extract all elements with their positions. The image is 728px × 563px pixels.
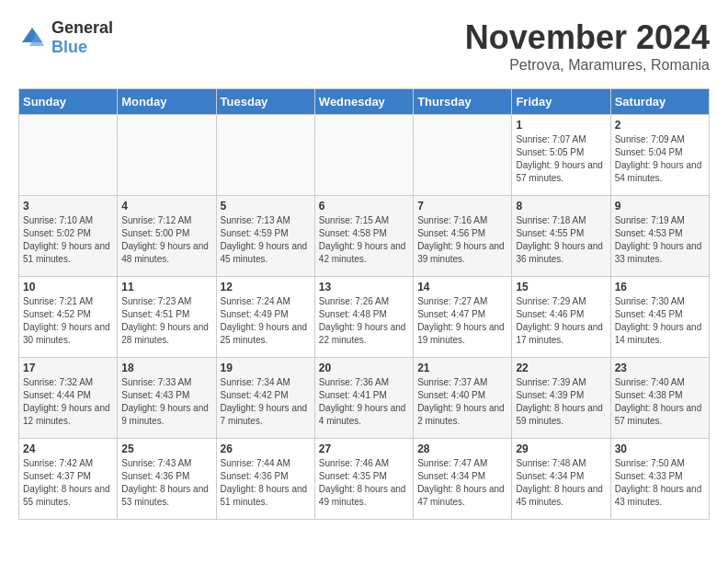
day-number: 18	[121, 362, 211, 374]
day-info: Sunrise: 7:24 AM Sunset: 4:49 PM Dayligh…	[221, 295, 311, 347]
calendar-cell	[19, 115, 118, 196]
day-info: Sunrise: 7:27 AM Sunset: 4:47 PM Dayligh…	[417, 295, 507, 347]
calendar-cell: 23Sunrise: 7:40 AM Sunset: 4:38 PM Dayli…	[610, 358, 709, 439]
calendar-cell: 28Sunrise: 7:47 AM Sunset: 4:34 PM Dayli…	[414, 439, 512, 520]
day-info: Sunrise: 7:16 AM Sunset: 4:56 PM Dayligh…	[417, 214, 507, 266]
week-row-1: 3Sunrise: 7:10 AM Sunset: 5:02 PM Daylig…	[19, 196, 710, 277]
calendar-cell: 24Sunrise: 7:42 AM Sunset: 4:37 PM Dayli…	[19, 439, 118, 520]
logo-icon	[18, 24, 46, 52]
calendar-cell: 8Sunrise: 7:18 AM Sunset: 4:55 PM Daylig…	[512, 196, 610, 277]
day-number: 20	[319, 362, 409, 374]
calendar-cell: 17Sunrise: 7:32 AM Sunset: 4:44 PM Dayli…	[19, 358, 118, 439]
day-info: Sunrise: 7:47 AM Sunset: 4:34 PM Dayligh…	[417, 457, 507, 509]
calendar-cell	[216, 115, 314, 196]
calendar-cell: 13Sunrise: 7:26 AM Sunset: 4:48 PM Dayli…	[314, 277, 413, 358]
calendar-cell: 29Sunrise: 7:48 AM Sunset: 4:34 PM Dayli…	[512, 439, 610, 520]
day-number: 1	[516, 119, 606, 132]
calendar-cell: 26Sunrise: 7:44 AM Sunset: 4:36 PM Dayli…	[216, 439, 314, 520]
weekday-friday: Friday	[512, 89, 610, 115]
calendar-cell: 15Sunrise: 7:29 AM Sunset: 4:46 PM Dayli…	[512, 277, 610, 358]
day-info: Sunrise: 7:07 AM Sunset: 5:05 PM Dayligh…	[516, 133, 606, 185]
day-info: Sunrise: 7:33 AM Sunset: 4:43 PM Dayligh…	[121, 376, 211, 428]
day-info: Sunrise: 7:32 AM Sunset: 4:44 PM Dayligh…	[23, 376, 113, 428]
location-title: Petrova, Maramures, Romania	[465, 57, 710, 74]
title-section: November 2024 Petrova, Maramures, Romani…	[465, 18, 710, 74]
calendar-cell: 12Sunrise: 7:24 AM Sunset: 4:49 PM Dayli…	[216, 277, 314, 358]
day-info: Sunrise: 7:12 AM Sunset: 5:00 PM Dayligh…	[121, 214, 211, 266]
day-number: 25	[121, 442, 211, 455]
day-info: Sunrise: 7:26 AM Sunset: 4:48 PM Dayligh…	[319, 295, 409, 347]
day-number: 30	[615, 442, 705, 455]
day-number: 8	[516, 200, 606, 213]
day-number: 3	[23, 200, 113, 213]
day-info: Sunrise: 7:29 AM Sunset: 4:46 PM Dayligh…	[516, 295, 606, 347]
calendar-cell: 14Sunrise: 7:27 AM Sunset: 4:47 PM Dayli…	[414, 277, 512, 358]
day-info: Sunrise: 7:13 AM Sunset: 4:59 PM Dayligh…	[221, 214, 311, 266]
calendar-cell	[414, 115, 512, 196]
day-info: Sunrise: 7:50 AM Sunset: 4:33 PM Dayligh…	[615, 457, 705, 509]
day-info: Sunrise: 7:48 AM Sunset: 4:34 PM Dayligh…	[516, 457, 606, 509]
calendar-cell: 19Sunrise: 7:34 AM Sunset: 4:42 PM Dayli…	[216, 358, 314, 439]
weekday-wednesday: Wednesday	[314, 89, 413, 115]
weekday-tuesday: Tuesday	[216, 89, 314, 115]
day-info: Sunrise: 7:42 AM Sunset: 4:37 PM Dayligh…	[23, 457, 113, 509]
day-number: 22	[516, 362, 606, 374]
calendar-table: SundayMondayTuesdayWednesdayThursdayFrid…	[18, 88, 710, 520]
calendar-cell	[118, 115, 216, 196]
day-info: Sunrise: 7:23 AM Sunset: 4:51 PM Dayligh…	[121, 295, 211, 347]
logo-blue: Blue	[51, 38, 87, 56]
week-row-4: 24Sunrise: 7:42 AM Sunset: 4:37 PM Dayli…	[19, 439, 710, 520]
calendar-cell: 16Sunrise: 7:30 AM Sunset: 4:45 PM Dayli…	[610, 277, 709, 358]
day-info: Sunrise: 7:30 AM Sunset: 4:45 PM Dayligh…	[615, 295, 705, 347]
week-row-0: 1Sunrise: 7:07 AM Sunset: 5:05 PM Daylig…	[19, 115, 710, 196]
day-number: 17	[23, 362, 113, 374]
day-number: 7	[417, 200, 507, 213]
logo-general: General	[51, 18, 113, 37]
calendar-cell: 1Sunrise: 7:07 AM Sunset: 5:05 PM Daylig…	[512, 115, 610, 196]
calendar-cell: 27Sunrise: 7:46 AM Sunset: 4:35 PM Dayli…	[314, 439, 413, 520]
calendar-cell: 18Sunrise: 7:33 AM Sunset: 4:43 PM Dayli…	[118, 358, 216, 439]
logo: General Blue	[18, 18, 113, 57]
day-number: 27	[319, 442, 409, 455]
day-number: 13	[319, 281, 409, 293]
weekday-saturday: Saturday	[610, 89, 709, 115]
calendar-cell: 4Sunrise: 7:12 AM Sunset: 5:00 PM Daylig…	[118, 196, 216, 277]
day-info: Sunrise: 7:19 AM Sunset: 4:53 PM Dayligh…	[615, 214, 705, 266]
day-number: 11	[121, 281, 211, 293]
weekday-sunday: Sunday	[19, 89, 118, 115]
calendar-cell: 20Sunrise: 7:36 AM Sunset: 4:41 PM Dayli…	[314, 358, 413, 439]
day-info: Sunrise: 7:10 AM Sunset: 5:02 PM Dayligh…	[23, 214, 113, 266]
calendar-cell: 25Sunrise: 7:43 AM Sunset: 4:36 PM Dayli…	[118, 439, 216, 520]
day-number: 12	[221, 281, 311, 293]
day-info: Sunrise: 7:44 AM Sunset: 4:36 PM Dayligh…	[221, 457, 311, 509]
calendar-cell: 22Sunrise: 7:39 AM Sunset: 4:39 PM Dayli…	[512, 358, 610, 439]
day-number: 16	[615, 281, 705, 293]
weekday-header-row: SundayMondayTuesdayWednesdayThursdayFrid…	[19, 89, 710, 115]
weekday-thursday: Thursday	[414, 89, 512, 115]
calendar-cell: 3Sunrise: 7:10 AM Sunset: 5:02 PM Daylig…	[19, 196, 118, 277]
day-number: 19	[221, 362, 311, 374]
day-info: Sunrise: 7:43 AM Sunset: 4:36 PM Dayligh…	[121, 457, 211, 509]
day-number: 9	[615, 200, 705, 213]
day-info: Sunrise: 7:21 AM Sunset: 4:52 PM Dayligh…	[23, 295, 113, 347]
day-number: 6	[319, 200, 409, 213]
week-row-2: 10Sunrise: 7:21 AM Sunset: 4:52 PM Dayli…	[19, 277, 710, 358]
day-number: 26	[221, 442, 311, 455]
day-number: 10	[23, 281, 113, 293]
calendar-cell: 30Sunrise: 7:50 AM Sunset: 4:33 PM Dayli…	[610, 439, 709, 520]
day-number: 14	[417, 281, 507, 293]
calendar-cell: 10Sunrise: 7:21 AM Sunset: 4:52 PM Dayli…	[19, 277, 118, 358]
day-info: Sunrise: 7:34 AM Sunset: 4:42 PM Dayligh…	[221, 376, 311, 428]
day-number: 15	[516, 281, 606, 293]
day-info: Sunrise: 7:15 AM Sunset: 4:58 PM Dayligh…	[319, 214, 409, 266]
calendar-cell: 6Sunrise: 7:15 AM Sunset: 4:58 PM Daylig…	[314, 196, 413, 277]
day-number: 21	[417, 362, 507, 374]
day-number: 28	[417, 442, 507, 455]
day-info: Sunrise: 7:36 AM Sunset: 4:41 PM Dayligh…	[319, 376, 409, 428]
day-number: 29	[516, 442, 606, 455]
day-info: Sunrise: 7:18 AM Sunset: 4:55 PM Dayligh…	[516, 214, 606, 266]
day-info: Sunrise: 7:40 AM Sunset: 4:38 PM Dayligh…	[615, 376, 705, 428]
week-row-3: 17Sunrise: 7:32 AM Sunset: 4:44 PM Dayli…	[19, 358, 710, 439]
calendar-cell: 11Sunrise: 7:23 AM Sunset: 4:51 PM Dayli…	[118, 277, 216, 358]
month-title: November 2024	[465, 18, 710, 57]
